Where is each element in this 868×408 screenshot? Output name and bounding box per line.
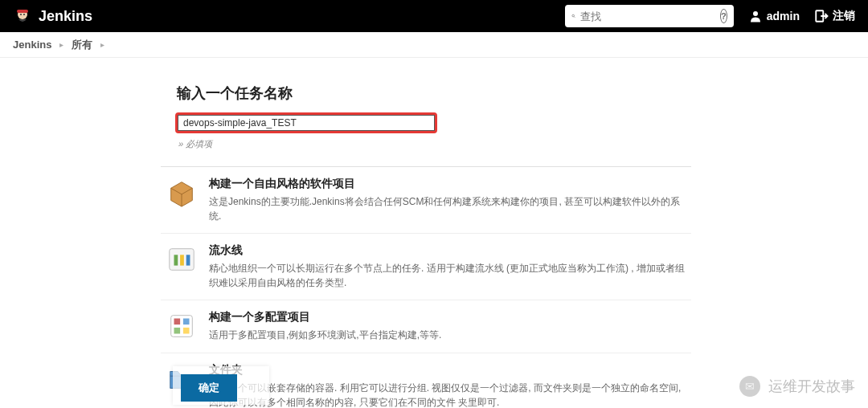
- user-link[interactable]: admin: [748, 9, 800, 23]
- crumb-root[interactable]: Jenkins: [13, 39, 51, 51]
- svg-rect-16: [183, 328, 190, 334]
- option-title: 流水线: [209, 243, 691, 258]
- jenkins-logo-icon: [13, 6, 32, 26]
- option-desc: 这是Jenkins的主要功能.Jenkins将会结合任何SCM和任何构建系统来构…: [209, 194, 691, 223]
- svg-rect-13: [174, 319, 181, 325]
- main-panel: 输入一个任务名称 » 必填项 构建一个自由风格的软件项目 这是Jenkins的主…: [0, 58, 868, 408]
- option-title: 构建一个多配置项目: [209, 310, 691, 324]
- item-name-input[interactable]: [178, 115, 435, 131]
- svg-rect-10: [180, 255, 184, 265]
- brand-text: Jenkins: [39, 8, 92, 25]
- svg-point-2: [20, 14, 22, 15]
- option-pipeline[interactable]: 流水线 精心地组织一个可以长期运行在多个节点上的任务. 适用于构建流水线 (更加…: [161, 234, 691, 300]
- search-box[interactable]: ?: [565, 5, 734, 27]
- page-title: 输入一个任务名称: [177, 84, 691, 103]
- breadcrumbs: Jenkins ▸ 所有 ▸: [0, 32, 868, 58]
- search-input[interactable]: [580, 10, 715, 22]
- svg-rect-1: [17, 10, 28, 13]
- footer-actions: 确定: [173, 366, 269, 405]
- option-desc: 适用于多配置项目,例如多环境测试,平台指定构建,等等.: [209, 328, 691, 342]
- crumb-page[interactable]: 所有: [72, 38, 92, 52]
- watermark-text: 运维开发故事: [768, 377, 855, 396]
- name-input-highlight: [175, 112, 437, 133]
- svg-point-3: [23, 14, 25, 15]
- svg-rect-15: [174, 328, 181, 334]
- person-icon: [748, 9, 763, 23]
- pipeline-icon: [166, 244, 198, 276]
- option-desc: 创建一个可以嵌套存储的容器. 利用它可以进行分组. 视图仅仅是一个过滤器, 而文…: [209, 381, 691, 408]
- option-title: 构建一个自由风格的软件项目: [209, 177, 691, 191]
- wechat-icon: ✉: [739, 376, 760, 397]
- brand-logo[interactable]: Jenkins: [13, 6, 92, 26]
- username: admin: [767, 10, 800, 22]
- ok-button[interactable]: 确定: [181, 374, 237, 402]
- svg-rect-14: [183, 319, 190, 325]
- svg-rect-11: [186, 255, 190, 265]
- multiconfig-icon: [166, 311, 198, 343]
- top-header: Jenkins ? admin 注销: [0, 0, 868, 32]
- svg-point-6: [753, 11, 758, 16]
- help-icon[interactable]: ?: [720, 9, 727, 23]
- logout-icon: [814, 9, 829, 23]
- chevron-right-icon: ▸: [100, 40, 104, 49]
- svg-rect-9: [174, 255, 178, 265]
- logout-label: 注销: [833, 9, 855, 23]
- chevron-right-icon: ▸: [59, 40, 63, 49]
- option-desc: 精心地组织一个可以长期运行在多个节点上的任务. 适用于构建流水线 (更加正式地应…: [209, 261, 691, 290]
- svg-line-5: [574, 17, 575, 18]
- required-hint: » 必填项: [178, 138, 691, 150]
- watermark: ✉ 运维开发故事: [739, 376, 855, 397]
- option-freestyle[interactable]: 构建一个自由风格的软件项目 这是Jenkins的主要功能.Jenkins将会结合…: [161, 167, 691, 234]
- freestyle-icon: [166, 177, 198, 210]
- option-title: 文件夹: [209, 363, 691, 377]
- option-multiconfig[interactable]: 构建一个多配置项目 适用于多配置项目,例如多环境测试,平台指定构建,等等.: [161, 300, 691, 353]
- search-icon: [571, 10, 575, 22]
- logout-link[interactable]: 注销: [814, 9, 855, 23]
- svg-point-4: [572, 14, 575, 17]
